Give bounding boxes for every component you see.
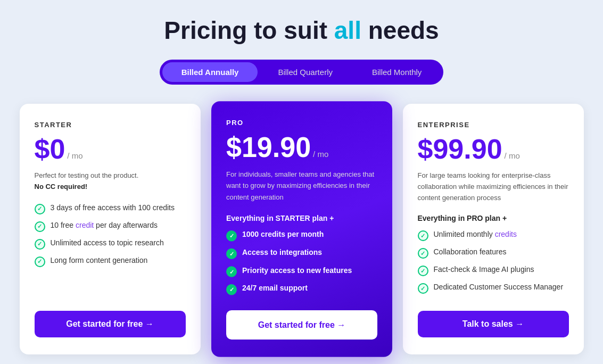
starter-price-row: $0 / mo [35,135,186,163]
feature-text: 24/7 email support [242,284,308,292]
feature-text: Priority access to new features [242,266,352,275]
pro-price-row: $19.90 / mo [226,133,377,161]
check-icon [35,239,45,250]
feature-text: Unlimited monthly credits [434,230,517,238]
check-icon [35,221,45,232]
starter-card: STARTER $0 / mo Perfect for testing out … [20,104,201,354]
pro-features-header: Everything in STARTER plan + [226,214,377,222]
enterprise-price: $99.90 [418,135,502,163]
enterprise-card: ENTERPRISE $99.90 / mo For large teams l… [403,104,584,354]
starter-features: 3 days of free access with 100 credits 1… [35,203,186,296]
check-icon [35,257,45,267]
check-icon [226,230,237,241]
starter-period: / mo [67,151,82,160]
list-item: 10 free credit per day afterwards [35,221,186,232]
starter-description: Perfect for testing out the product. No … [35,170,186,193]
enterprise-price-row: $99.90 / mo [418,135,569,163]
list-item: Priority access to new features [226,266,377,277]
billing-toggle: Billed Annually Billed Quarterly Billed … [160,60,444,85]
enterprise-period: / mo [505,151,520,160]
starter-price: $0 [35,135,65,163]
list-item: Long form content generation [35,256,186,267]
feature-text: Long form content generation [51,256,148,264]
pro-description: For individuals, smaller teams and agenc… [226,169,377,203]
enterprise-features: Unlimited monthly credits Collaboration … [418,230,569,296]
check-icon [226,249,237,259]
check-icon [35,204,45,214]
feature-text: 3 days of free access with 100 credits [51,203,175,212]
pro-price: $19.90 [226,133,311,161]
billing-monthly[interactable]: Billed Monthly [353,62,441,82]
feature-text: 10 free credit per day afterwards [51,221,158,229]
check-icon [418,248,428,259]
starter-cta-button[interactable]: Get started for free → [35,311,186,337]
check-icon [418,266,428,276]
starter-plan-name: STARTER [35,121,186,129]
check-icon [418,230,428,241]
feature-text: Dedicated Customer Success Manager [434,283,564,291]
enterprise-description: For large teams looking for enterprise-c… [418,170,569,203]
pro-card: PRO $19.90 / mo For individuals, smaller… [211,101,392,357]
list-item: 1000 credits per month [226,230,377,241]
enterprise-features-header: Everything in PRO plan + [418,214,569,222]
feature-text: 1000 credits per month [242,230,324,238]
check-icon [226,267,237,277]
check-icon [226,284,237,295]
pro-features: 1000 credits per month Access to integra… [226,230,377,295]
billing-annually[interactable]: Billed Annually [162,62,258,82]
list-item: Collaboration features [418,247,569,259]
enterprise-plan-name: ENTERPRISE [418,121,569,129]
list-item: Dedicated Customer Success Manager [418,283,569,294]
feature-text: Access to integrations [242,248,322,257]
enterprise-cta-button[interactable]: Talk to sales → [418,311,569,337]
pro-period: / mo [313,150,328,159]
pro-plan-name: PRO [226,119,377,127]
list-item: Unlimited access to topic research [35,238,186,250]
check-icon [418,283,428,294]
billing-quarterly[interactable]: Billed Quarterly [259,62,352,82]
list-item: 3 days of free access with 100 credits [35,203,186,214]
list-item: Unlimited monthly credits [418,230,569,241]
page-title: Pricing to suit all needs [164,16,439,45]
feature-text: Fact-check & Image AI plugins [434,265,534,274]
pricing-cards: STARTER $0 / mo Perfect for testing out … [20,104,584,354]
feature-text: Unlimited access to topic research [51,238,164,247]
list-item: Fact-check & Image AI plugins [418,265,569,276]
list-item: 24/7 email support [226,284,377,295]
feature-text: Collaboration features [434,247,507,256]
pro-cta-button[interactable]: Get started for free → [226,310,377,340]
list-item: Access to integrations [226,248,377,259]
